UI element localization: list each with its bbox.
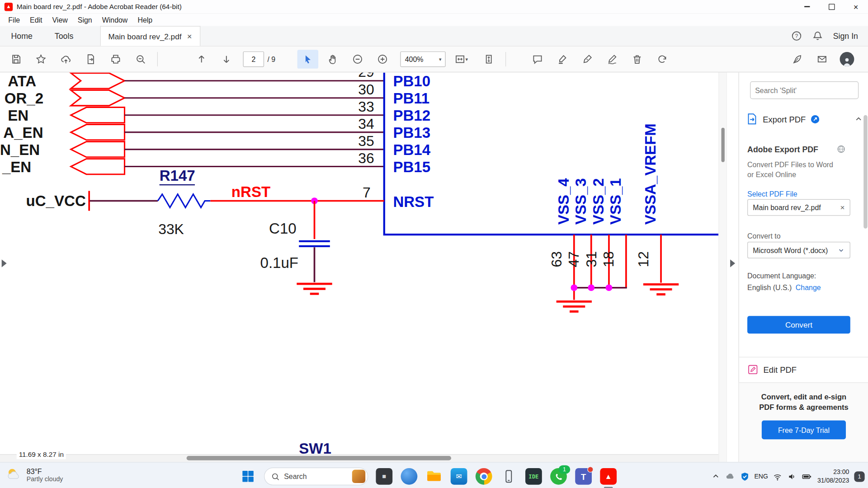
export-page-button[interactable] bbox=[80, 50, 101, 69]
next-page-button[interactable] bbox=[216, 50, 237, 69]
select-pdf-file-link[interactable]: Select PDF File bbox=[747, 190, 797, 198]
email-button[interactable] bbox=[811, 50, 832, 69]
taskbar-outlook[interactable]: ✉ bbox=[450, 468, 468, 485]
promo-text: Convert, edit and e-sign PDF forms & agr… bbox=[757, 392, 851, 413]
selected-file-name: Main board rev_2.pdf bbox=[753, 203, 821, 211]
fit-width-button[interactable]: ▾ bbox=[448, 50, 475, 69]
start-button[interactable] bbox=[239, 468, 257, 485]
panel-search-input[interactable] bbox=[750, 81, 859, 99]
tab-close-icon[interactable]: × bbox=[187, 32, 192, 41]
menu-sign[interactable]: Sign bbox=[74, 14, 96, 25]
print-button[interactable] bbox=[105, 50, 126, 69]
delete-tool-button[interactable] bbox=[627, 50, 648, 69]
port-label: PB10 bbox=[393, 73, 430, 89]
close-button[interactable]: × bbox=[844, 0, 868, 13]
export-pdf-header[interactable]: Export PDF bbox=[745, 109, 863, 129]
search-highlight-icon[interactable] bbox=[352, 470, 365, 483]
port-label-nrst: NRST bbox=[393, 193, 434, 210]
remove-file-icon[interactable]: × bbox=[840, 203, 845, 212]
teams-badge bbox=[587, 466, 593, 472]
taskbar-whatsapp[interactable]: 1 bbox=[550, 468, 567, 485]
search-zoom-button[interactable] bbox=[130, 50, 151, 69]
taskbar-file-explorer[interactable] bbox=[425, 468, 443, 485]
format-value: Microsoft Word (*.docx) bbox=[753, 246, 828, 254]
zoom-out-button[interactable] bbox=[347, 50, 368, 69]
svg-text:?: ? bbox=[795, 33, 798, 39]
horizontal-scrollbar[interactable] bbox=[0, 454, 718, 462]
security-shield-icon[interactable] bbox=[740, 472, 750, 481]
battery-icon[interactable] bbox=[802, 472, 812, 481]
help-icon[interactable]: ? bbox=[791, 30, 802, 41]
save-button[interactable] bbox=[5, 50, 27, 69]
language-indicator[interactable]: ENG bbox=[754, 473, 768, 480]
taskbar-search[interactable]: Search bbox=[264, 468, 368, 485]
menu-help[interactable]: Help bbox=[134, 14, 156, 25]
taskbar-chrome[interactable] bbox=[475, 468, 493, 485]
volume-icon[interactable] bbox=[788, 472, 797, 481]
hand-tool-button[interactable] bbox=[322, 50, 344, 69]
taskbar-app-chat[interactable] bbox=[400, 468, 418, 485]
tab-home[interactable]: Home bbox=[0, 26, 43, 46]
draw-tool-button[interactable] bbox=[602, 50, 623, 69]
convert-button[interactable]: Convert bbox=[747, 316, 850, 333]
menu-view[interactable]: View bbox=[48, 14, 71, 25]
menu-edit[interactable]: Edit bbox=[26, 14, 46, 25]
onedrive-icon[interactable] bbox=[725, 471, 735, 481]
highlight-tool-button[interactable] bbox=[552, 50, 573, 69]
ink-sign-tool-button[interactable] bbox=[577, 50, 598, 69]
sign-in-button[interactable]: Sign In bbox=[833, 32, 858, 41]
left-pane-toggle-icon[interactable] bbox=[2, 259, 7, 267]
pin-number: 47 bbox=[566, 251, 582, 267]
wifi-icon[interactable] bbox=[773, 472, 783, 481]
favorite-star-button[interactable] bbox=[30, 50, 52, 69]
account-avatar[interactable] bbox=[836, 50, 858, 69]
free-trial-button[interactable]: Free 7-Day Trial bbox=[762, 421, 846, 440]
bus-wires bbox=[125, 81, 384, 167]
taskbar-phone-link[interactable] bbox=[500, 468, 518, 485]
chevron-up-icon[interactable] bbox=[854, 114, 863, 123]
pin-number: 12 bbox=[635, 251, 651, 267]
menu-window[interactable]: Window bbox=[98, 14, 132, 25]
pin-number: 33 bbox=[358, 99, 374, 115]
right-pane-toggle-icon[interactable] bbox=[730, 259, 735, 267]
minimize-button[interactable] bbox=[795, 0, 819, 13]
maximize-button[interactable] bbox=[819, 0, 844, 13]
previous-page-button[interactable] bbox=[191, 50, 212, 69]
horizontal-scrollbar-thumb[interactable] bbox=[187, 456, 451, 460]
edit-pdf-label: Edit PDF bbox=[764, 365, 797, 375]
select-tool-button[interactable] bbox=[297, 50, 319, 69]
tab-bar: Home Tools Main board rev_2.pdf × ? Sign… bbox=[0, 26, 868, 47]
rotate-tool-button[interactable] bbox=[651, 50, 673, 69]
vertical-scrollbar-thumb[interactable] bbox=[722, 128, 725, 162]
page-scrolling-button[interactable] bbox=[478, 50, 500, 69]
panel-scrollbar-thumb[interactable] bbox=[863, 115, 868, 229]
tab-document[interactable]: Main board rev_2.pdf × bbox=[100, 26, 200, 46]
zoom-level-select[interactable]: 400% ▾ bbox=[401, 52, 446, 67]
comment-tool-button[interactable] bbox=[527, 50, 548, 69]
taskbar-acrobat[interactable]: ▲ bbox=[599, 468, 617, 485]
vertical-scrollbar[interactable] bbox=[718, 72, 726, 462]
ide-label[interactable]: IDE bbox=[525, 468, 542, 485]
taskbar-teams[interactable]: T bbox=[575, 468, 592, 485]
taskbar-app-dark[interactable]: ■ bbox=[375, 468, 393, 485]
pin-number: 35 bbox=[358, 133, 374, 149]
notification-badge[interactable]: 1 bbox=[854, 471, 864, 482]
page-number-input[interactable] bbox=[243, 52, 264, 67]
fill-sign-pen-button[interactable] bbox=[786, 50, 807, 69]
zoom-in-button[interactable] bbox=[372, 50, 393, 69]
pin-number: 29 bbox=[358, 72, 374, 80]
weather-widget[interactable]: 83°F Partly cloudy bbox=[5, 466, 63, 483]
format-dropdown[interactable]: Microsoft Word (*.docx) bbox=[747, 242, 850, 258]
share-cloud-button[interactable] bbox=[55, 50, 76, 69]
tray-chevron-up-icon[interactable] bbox=[711, 472, 720, 481]
bell-icon[interactable] bbox=[812, 30, 823, 41]
pdf-canvas[interactable]: ATA OR_2 EN A_EN N_EN _EN 29 30 33 34 35… bbox=[0, 72, 718, 462]
port-label: VSS_2 bbox=[590, 178, 607, 225]
selected-file-chip[interactable]: Main board rev_2.pdf × bbox=[747, 199, 850, 216]
clock-widget[interactable]: 23:00 31/08/2023 bbox=[817, 468, 849, 485]
menu-file[interactable]: File bbox=[5, 14, 24, 25]
tab-tools[interactable]: Tools bbox=[43, 26, 84, 46]
edit-pdf-row[interactable]: Edit PDF bbox=[747, 362, 868, 377]
toolbar: / 9 400% ▾ ▾ bbox=[0, 47, 868, 73]
language-change-link[interactable]: Change bbox=[796, 283, 821, 291]
